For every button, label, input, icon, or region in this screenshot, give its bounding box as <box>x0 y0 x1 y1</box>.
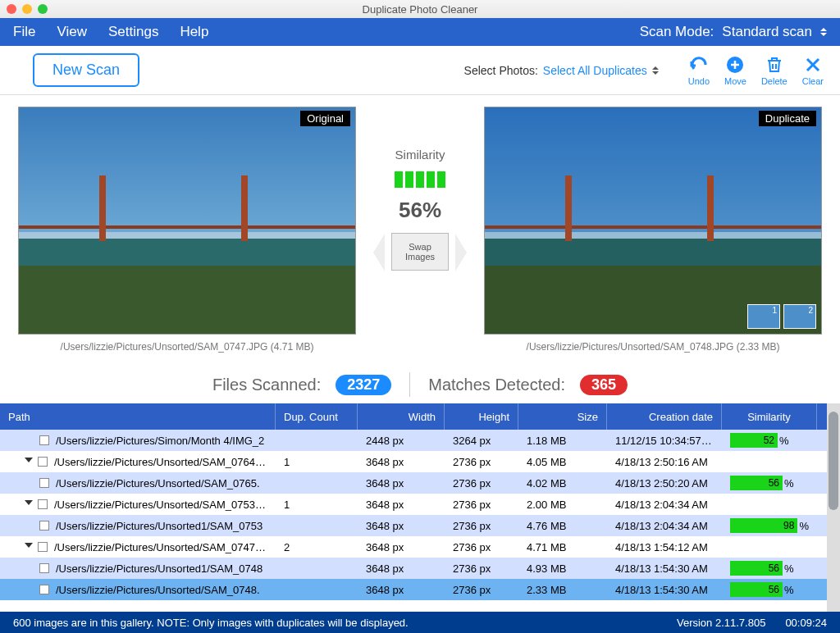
scan-mode-label: Scan Mode: <box>640 24 714 40</box>
clear-button[interactable]: Clear <box>802 55 824 86</box>
cell-date: 4/18/13 1:54:30 AM <box>607 584 722 596</box>
disclosure-triangle-icon[interactable] <box>25 500 33 509</box>
cell-path: /Users/lizzie/Pictures/Simon/Month 4/IMG… <box>56 435 264 447</box>
undo-button[interactable]: Undo <box>688 55 710 86</box>
checkbox[interactable] <box>39 585 49 594</box>
app-title: Duplicate Photo Cleaner <box>0 3 840 16</box>
similarity-bars <box>395 171 445 188</box>
table-row[interactable]: /Users/lizzie/Pictures/Unsorted/SAM_0747… <box>0 536 827 558</box>
matches-detected-value: 365 <box>580 375 628 395</box>
checkbox[interactable] <box>39 563 49 573</box>
original-path: /Users/lizzie/Pictures/Unsorted/SAM_0747… <box>61 341 314 353</box>
cell-height: 2736 px <box>445 477 518 490</box>
menu-file[interactable]: File <box>13 24 35 40</box>
cell-height: 2736 px <box>445 584 518 596</box>
cell-size: 4.71 MB <box>518 541 607 553</box>
thumbnail-2[interactable]: 2 <box>783 304 816 329</box>
minimize-icon[interactable] <box>22 4 32 14</box>
stats-bar: Files Scanned: 2327 Matches Detected: 36… <box>0 366 840 403</box>
cell-date: 11/12/15 10:34:57 AM <box>607 435 722 447</box>
cell-height: 2736 px <box>445 520 518 532</box>
col-path[interactable]: Path <box>0 403 276 430</box>
new-scan-button[interactable]: New Scan <box>33 53 139 87</box>
table-row[interactable]: /Users/lizzie/Pictures/Unsorted/SAM_0748… <box>0 579 827 600</box>
cell-date: 4/18/13 2:50:20 AM <box>607 477 722 490</box>
delete-label: Delete <box>761 76 788 86</box>
cell-size: 4.93 MB <box>518 562 607 575</box>
menu-view[interactable]: View <box>57 24 87 40</box>
version-label: Version 2.11.7.805 <box>677 617 765 629</box>
cell-path: /Users/lizzie/Pictures/Unsorted/SAM_0748… <box>56 584 260 596</box>
cell-path: /Users/lizzie/Pictures/Unsorted/SAM_0753… <box>54 499 267 511</box>
duplicate-column: Duplicate 1 2 /Users/lizzie/Pictures/Uns… <box>484 107 822 353</box>
cell-date: 4/18/13 2:50:16 AM <box>607 456 722 468</box>
image-detail <box>241 175 248 241</box>
undo-label: Undo <box>688 76 710 86</box>
checkbox[interactable] <box>38 499 48 509</box>
menu-settings[interactable]: Settings <box>108 24 158 40</box>
cell-dup-count: 2 <box>276 541 358 553</box>
table-row[interactable]: /Users/lizzie/Pictures/Unsorted/SAM_0753… <box>0 494 827 515</box>
table-row[interactable]: /Users/lizzie/Pictures/Unsorted1/SAM_075… <box>0 515 827 536</box>
image-detail <box>99 175 106 241</box>
col-height[interactable]: Height <box>445 403 518 430</box>
swap-label-1: Swap <box>409 242 431 252</box>
cell-size: 1.18 MB <box>518 435 607 447</box>
table-row[interactable]: /Users/lizzie/Pictures/Unsorted/SAM_0765… <box>0 472 827 494</box>
checkbox[interactable] <box>39 435 49 445</box>
original-column: Original /Users/lizzie/Pictures/Unsorted… <box>18 107 356 353</box>
close-icon[interactable] <box>7 4 16 14</box>
scrollbar-track[interactable] <box>827 403 840 612</box>
image-detail <box>565 175 572 241</box>
status-bar: 600 images are in this gallery. NOTE: On… <box>0 612 840 633</box>
thumbnail-strip: 1 2 <box>747 304 816 329</box>
swap-images-button[interactable]: Swap Images <box>391 233 449 271</box>
select-photos-dropdown[interactable]: Select Photos: Select All Duplicates <box>464 63 659 78</box>
scrollbar-thumb[interactable] <box>829 412 838 510</box>
cell-width: 3648 px <box>358 477 445 490</box>
checkbox[interactable] <box>39 521 49 531</box>
table-row[interactable]: /Users/lizzie/Pictures/Simon/Month 4/IMG… <box>0 430 827 451</box>
image-placeholder <box>19 107 355 334</box>
image-detail <box>19 225 355 229</box>
cell-size: 2.33 MB <box>518 584 607 596</box>
col-similarity[interactable]: Similarity <box>722 403 817 430</box>
thumbnail-1[interactable]: 1 <box>747 304 780 329</box>
cell-height: 2736 px <box>445 562 518 575</box>
disclosure-triangle-icon[interactable] <box>25 458 33 467</box>
cell-height: 3264 px <box>445 435 518 447</box>
table-row[interactable]: /Users/lizzie/Pictures/Unsorted1/SAM_074… <box>0 558 827 579</box>
table-header: Path Dup. Count Width Height Size Creati… <box>0 403 827 430</box>
similarity-percent: 56% <box>399 198 441 223</box>
original-image[interactable]: Original <box>18 107 356 335</box>
menu-help[interactable]: Help <box>180 24 208 40</box>
checkbox[interactable] <box>39 478 49 488</box>
disclosure-triangle-icon[interactable] <box>25 543 33 552</box>
col-size[interactable]: Size <box>518 403 607 430</box>
cell-path: /Users/lizzie/Pictures/Unsorted/SAM_0764… <box>54 456 267 468</box>
col-dup-count[interactable]: Dup. Count <box>276 403 358 430</box>
zoom-icon[interactable] <box>38 4 48 14</box>
checkbox[interactable] <box>38 457 48 467</box>
cell-size: 4.76 MB <box>518 520 607 532</box>
titlebar: Duplicate Photo Cleaner <box>0 0 840 18</box>
cell-size: 2.00 MB <box>518 499 607 511</box>
checkbox[interactable] <box>38 542 48 552</box>
col-width[interactable]: Width <box>358 403 445 430</box>
x-icon <box>803 55 823 75</box>
window-controls <box>7 4 48 14</box>
scan-mode-selector[interactable]: Scan Mode: Standard scan <box>640 24 827 40</box>
cell-date: 4/18/13 1:54:30 AM <box>607 562 722 575</box>
plus-circle-icon <box>725 55 745 75</box>
elapsed-timer: 00:09:24 <box>785 617 827 629</box>
chevron-updown-icon <box>820 25 827 39</box>
scan-mode-value: Standard scan <box>722 24 812 40</box>
delete-button[interactable]: Delete <box>761 55 788 86</box>
table-row[interactable]: /Users/lizzie/Pictures/Unsorted/SAM_0764… <box>0 451 827 472</box>
move-button[interactable]: Move <box>724 55 746 86</box>
duplicate-image[interactable]: Duplicate 1 2 <box>484 107 822 335</box>
col-date[interactable]: Creation date <box>607 403 722 430</box>
move-label: Move <box>724 76 746 86</box>
table-body: /Users/lizzie/Pictures/Simon/Month 4/IMG… <box>0 430 827 612</box>
similarity-column: Similarity 56% Swap Images <box>371 107 469 271</box>
